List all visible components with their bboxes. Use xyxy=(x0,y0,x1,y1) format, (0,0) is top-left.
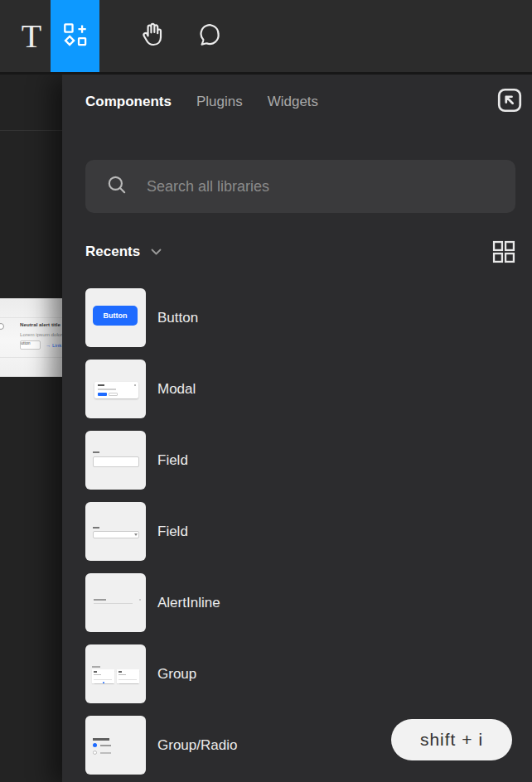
panel-tabs: Components Plugins Widgets xyxy=(62,75,532,129)
component-name: Button xyxy=(157,310,198,326)
component-name: Group xyxy=(157,666,196,683)
alert-preview-body: Lorem ipsum dolor amet consect xyxy=(20,331,63,337)
shortcut-hint-badge: shift + i xyxy=(391,719,512,760)
component-thumbnail-field xyxy=(85,431,146,490)
canvas-frame-divider xyxy=(0,130,62,131)
toolbar: T xyxy=(0,0,532,75)
open-as-panel-button[interactable] xyxy=(495,87,525,117)
component-name: Group/Radio xyxy=(157,737,237,754)
divider xyxy=(0,317,63,318)
list-item-field[interactable]: Field xyxy=(85,431,515,490)
canvas-alert-component-preview: Neutral alert title Lorem ipsum dolor am… xyxy=(0,298,63,377)
component-name: AlertInline xyxy=(157,595,220,611)
list-item-field-2[interactable]: Field xyxy=(85,502,515,561)
hand-tool-button[interactable] xyxy=(135,0,172,72)
search-input[interactable] xyxy=(147,178,501,196)
list-item-button[interactable]: Button Button xyxy=(85,288,515,347)
search-field[interactable] xyxy=(85,160,515,213)
recents-section-header: Recents xyxy=(85,240,515,263)
hand-icon xyxy=(139,21,167,52)
info-circle-icon xyxy=(0,323,4,330)
search-icon xyxy=(105,173,128,200)
component-thumbnail-button: Button xyxy=(85,288,146,347)
components-tool-button-active[interactable] xyxy=(51,0,99,72)
radio-unselected-icon xyxy=(93,751,97,755)
component-thumbnail-field-select xyxy=(85,502,146,561)
tab-components[interactable]: Components xyxy=(85,94,172,110)
component-thumbnail-group-radio xyxy=(85,716,146,775)
component-name: Field xyxy=(157,524,188,540)
list-item-modal[interactable]: Modal xyxy=(85,360,515,418)
list-item-group[interactable]: Group xyxy=(85,644,515,703)
comments-tool-button[interactable] xyxy=(191,0,228,72)
components-panel: Components Plugins Widgets Recents xyxy=(62,75,532,782)
alert-preview-button: Button xyxy=(20,340,41,350)
recent-components-list: Button Button Modal Field Field xyxy=(85,288,515,775)
grid-view-icon[interactable] xyxy=(492,240,515,263)
divider xyxy=(0,357,63,358)
alert-preview-link: → Link text xyxy=(46,342,63,348)
comment-bubble-icon xyxy=(196,22,223,51)
text-tool-icon: T xyxy=(22,17,41,56)
text-tool-button[interactable]: T xyxy=(12,0,51,72)
component-thumbnail-group xyxy=(85,644,146,703)
arrow-up-left-icon xyxy=(496,86,524,118)
tab-widgets[interactable]: Widgets xyxy=(268,94,318,110)
component-thumbnail-alertinline xyxy=(85,573,146,632)
tab-plugins[interactable]: Plugins xyxy=(196,94,243,110)
component-name: Field xyxy=(157,452,188,469)
chevron-down-icon[interactable] xyxy=(151,249,162,256)
recents-title: Recents xyxy=(85,244,140,260)
alert-preview-title: Neutral alert title xyxy=(20,321,60,327)
radio-selected-icon xyxy=(93,743,97,747)
component-name: Modal xyxy=(157,381,196,398)
list-item-alertinline[interactable]: AlertInline xyxy=(85,573,515,632)
components-icon xyxy=(63,22,88,51)
component-thumbnail-modal xyxy=(85,360,146,418)
thumb-button: Button xyxy=(93,306,138,326)
